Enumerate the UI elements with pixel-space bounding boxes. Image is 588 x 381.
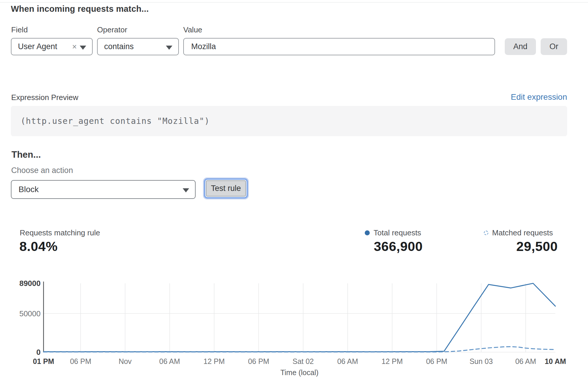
svg-text:06 PM: 06 PM <box>248 357 269 365</box>
legend-matched-requests: Matched requests <box>484 228 553 237</box>
svg-text:06 AM: 06 AM <box>337 357 358 365</box>
match-heading: When incoming requests match... <box>11 4 149 14</box>
clear-field-icon[interactable]: × <box>72 43 77 51</box>
total-requests-label: Total requests <box>374 228 421 237</box>
svg-text:0: 0 <box>36 348 41 357</box>
top-divider <box>0 2 588 3</box>
expression-code: (http.user_agent contains "Mozilla") <box>11 116 210 126</box>
field-select-value: User Agent <box>18 42 57 51</box>
svg-text:Time (local): Time (local) <box>280 368 319 377</box>
matched-requests-value: 29,500 <box>516 239 558 254</box>
matched-requests-dashed-circle-icon <box>484 231 488 235</box>
field-label: Field <box>11 25 28 34</box>
operator-select-value: contains <box>104 42 134 51</box>
svg-text:Sat 02: Sat 02 <box>292 357 314 365</box>
operator-label: Operator <box>97 25 127 34</box>
requests-matching-value: 8.04% <box>19 239 58 254</box>
operator-select[interactable]: contains <box>97 38 179 55</box>
svg-text:10 AM: 10 AM <box>545 357 566 365</box>
svg-text:50000: 50000 <box>19 309 41 318</box>
svg-text:Nov: Nov <box>119 357 132 365</box>
and-button[interactable]: And <box>505 38 536 55</box>
value-input[interactable] <box>184 39 494 55</box>
value-field-wrap <box>183 38 495 55</box>
rule-test-page: When incoming requests match... Field Op… <box>0 0 588 381</box>
chevron-down-icon[interactable] <box>183 188 189 192</box>
edit-expression-link[interactable]: Edit expression <box>511 92 567 102</box>
expression-code-box: (http.user_agent contains "Mozilla") <box>11 106 567 136</box>
chevron-down-icon[interactable] <box>166 46 172 50</box>
test-rule-button[interactable]: Test rule <box>206 180 246 197</box>
choose-action-label: Choose an action <box>11 166 73 175</box>
svg-text:06 AM: 06 AM <box>159 357 180 365</box>
field-select[interactable]: User Agent × <box>11 38 93 55</box>
expression-preview-label: Expression Preview <box>11 93 78 102</box>
svg-text:01 PM: 01 PM <box>33 357 54 365</box>
requests-matching-label: Requests matching rule <box>20 228 100 237</box>
total-requests-dot-icon <box>365 230 370 235</box>
then-heading: Then... <box>11 149 41 160</box>
action-select-value: Block <box>19 185 39 194</box>
svg-text:89000: 89000 <box>19 279 41 288</box>
svg-text:06 PM: 06 PM <box>70 357 91 365</box>
svg-text:06 AM: 06 AM <box>515 357 536 365</box>
svg-text:12 PM: 12 PM <box>382 357 403 365</box>
svg-text:06 PM: 06 PM <box>426 357 447 365</box>
action-select[interactable]: Block <box>11 180 196 199</box>
total-requests-value: 366,900 <box>374 239 423 254</box>
legend-total-requests: Total requests <box>365 228 421 237</box>
chevron-down-icon[interactable] <box>80 46 86 50</box>
matched-requests-label: Matched requests <box>492 228 553 237</box>
value-label: Value <box>183 25 202 34</box>
svg-text:Sun 03: Sun 03 <box>469 357 493 365</box>
svg-text:12 PM: 12 PM <box>204 357 225 365</box>
or-button[interactable]: Or <box>541 38 567 55</box>
